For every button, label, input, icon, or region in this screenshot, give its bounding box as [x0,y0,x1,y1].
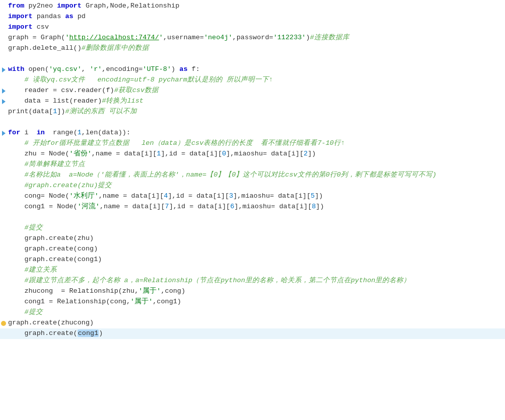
gutter-30 [0,307,7,318]
bulb-icon-31 [1,321,6,326]
gutter-15 [0,149,7,159]
line-content-12 [7,117,505,128]
gutter-16 [0,159,7,170]
line-content-24: graph.create(cong) [7,244,505,255]
line-content-17: #名称比如a a=Node（'能看懂，表面上的名称'，name=【0】【0】这个… [7,170,505,181]
line-content-15: zhu = Node('省份',name = data[i][1],id = d… [7,149,505,159]
code-line-1: from py2neo import Graph,Node,Relationsh… [0,1,505,12]
line-content-32: graph.create(cong1) [7,328,505,339]
gutter-7 [0,64,7,75]
gutter-19 [0,191,7,202]
code-line-8: # 读取yq.csv文件 encoding=utf-8 pycharm默认是别的… [0,75,505,86]
code-line-22: #提交 [0,223,505,233]
line-content-3: import csv [7,22,505,33]
line-content-10: data = list(reader)#转换为list [7,96,505,107]
code-line-27: #跟建立节点差不多，起个名称 a，a=Relationship（节点在pytho… [0,276,505,286]
arrow-icon-9 [2,89,6,94]
gutter-28 [0,286,7,297]
code-line-30: #提交 [0,307,505,318]
line-content-31: graph.create(zhucong) [7,318,505,328]
code-line-4: graph = Graph('http://localhost:7474/',u… [0,33,505,43]
arrow-icon-13 [2,131,6,136]
line-content-16: #简单解释建立节点 [7,159,505,170]
line-content-20: cong1 = Node('河流',name = data[i][7],id =… [7,202,505,212]
arrow-icon-7 [2,67,6,72]
gutter-32 [0,328,7,339]
code-line-29: cong1 = Relationship(cong,'属于',cong1) [0,297,505,307]
line-content-21 [7,212,505,223]
gutter-17 [0,170,7,181]
code-line-19: cong= Node('水利厅',name = data[i][4],id = … [0,191,505,202]
gutter-8 [0,75,7,86]
line-content-1: from py2neo import Graph,Node,Relationsh… [7,1,505,12]
code-line-12 [0,117,505,128]
gutter-6 [0,54,7,64]
code-line-16: #简单解释建立节点 [0,159,505,170]
line-content-23: graph.create(zhu) [7,233,505,244]
gutter-2 [0,12,7,22]
line-content-29: cong1 = Relationship(cong,'属于',cong1) [7,297,505,307]
code-line-3: import csv [0,22,505,33]
gutter-21 [0,212,7,223]
gutter-11 [0,107,7,117]
gutter-12 [0,117,7,128]
gutter-10 [0,96,7,107]
code-line-7: with open('yq.csv', 'r',encoding='UTF-8'… [0,64,505,75]
code-line-20: cong1 = Node('河流',name = data[i][7],id =… [0,202,505,212]
code-line-24: graph.create(cong) [0,244,505,255]
line-content-22: #提交 [7,223,505,233]
gutter-4 [0,33,7,43]
code-line-13: for i in range(1,len(data)): [0,128,505,138]
gutter-14 [0,138,7,149]
code-line-17: #名称比如a a=Node（'能看懂，表面上的名称'，name=【0】【0】这个… [0,170,505,181]
gutter-22 [0,223,7,233]
code-line-32: graph.create(cong1) [0,328,505,339]
gutter-26 [0,265,7,276]
code-line-15: zhu = Node('省份',name = data[i][1],id = d… [0,149,505,159]
code-line-9: reader = csv.reader(f)#获取csv数据 [0,86,505,96]
gutter-9 [0,86,7,96]
code-line-10: data = list(reader)#转换为list [0,96,505,107]
code-line-5: graph.delete_all()#删除数据库中的数据 [0,43,505,54]
gutter-5 [0,43,7,54]
gutter-27 [0,276,7,286]
line-content-13: for i in range(1,len(data)): [7,128,505,138]
code-line-25: graph.create(cong1) [0,255,505,265]
arrow-icon-10 [2,99,6,104]
code-area: from py2neo import Graph,Node,Relationsh… [0,0,505,340]
line-content-14: # 开始for循环批量建立节点数据 len（data）是csv表格的行的长度 看… [7,138,505,149]
gutter-1 [0,1,7,12]
line-content-7: with open('yq.csv', 'r',encoding='UTF-8'… [7,64,505,75]
code-line-23: graph.create(zhu) [0,233,505,244]
line-content-11: print(data[1])#测试的东西 可以不加 [7,107,505,117]
gutter-3 [0,22,7,33]
code-line-26: #建立关系 [0,265,505,276]
line-content-26: #建立关系 [7,265,505,276]
code-line-31: graph.create(zhucong) [0,318,505,328]
gutter-20 [0,202,7,212]
code-line-11: print(data[1])#测试的东西 可以不加 [0,107,505,117]
code-line-14: # 开始for循环批量建立节点数据 len（data）是csv表格的行的长度 看… [0,138,505,149]
line-content-5: graph.delete_all()#删除数据库中的数据 [7,43,505,54]
code-line-28: zhucong = Relationship(zhu,'属于',cong) [0,286,505,297]
line-content-4: graph = Graph('http://localhost:7474/',u… [7,33,505,43]
line-content-18: #graph.create(zhu)提交 [7,181,505,191]
line-content-28: zhucong = Relationship(zhu,'属于',cong) [7,286,505,297]
gutter-13 [0,128,7,138]
code-line-18: #graph.create(zhu)提交 [0,181,505,191]
code-line-6 [0,54,505,64]
line-content-8: # 读取yq.csv文件 encoding=utf-8 pycharm默认是别的… [7,75,505,86]
line-content-25: graph.create(cong1) [7,255,505,265]
gutter-29 [0,297,7,307]
line-content-9: reader = csv.reader(f)#获取csv数据 [7,86,505,96]
gutter-24 [0,244,7,255]
line-content-30: #提交 [7,307,505,318]
code-line-21 [0,212,505,223]
gutter-23 [0,233,7,244]
code-editor: from py2neo import Graph,Node,Relationsh… [0,0,505,420]
line-content-19: cong= Node('水利厅',name = data[i][4],id = … [7,191,505,202]
line-content-6 [7,54,505,64]
gutter-18 [0,181,7,191]
line-content-27: #跟建立节点差不多，起个名称 a，a=Relationship（节点在pytho… [7,276,505,286]
code-line-2: import pandas as pd [0,12,505,22]
